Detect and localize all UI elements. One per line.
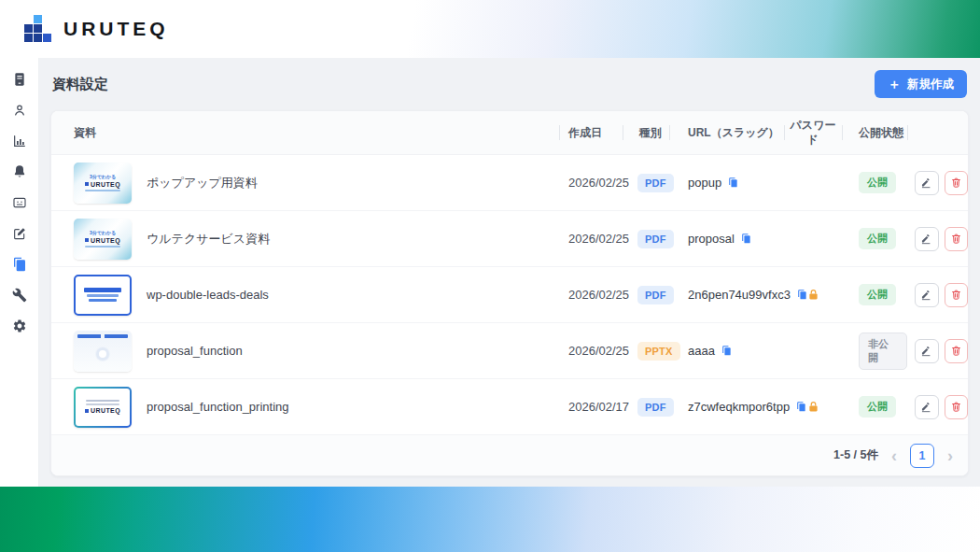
password-lock-icon [806,288,820,302]
status-badge: 公開 [859,396,896,418]
document-name: ポップアップ用資料 [147,175,258,191]
plus-icon: ＋ [888,78,901,91]
created-date: 2026/02/25 [559,232,623,246]
table-row: 3分でわかる URUTEQ ポップアップ用資料 2026/02/25 PDF p… [51,155,968,211]
app-header: URUTEQ [0,0,980,58]
table-row: proposal_function 2026/02/25 PPTX aaaa 非… [51,323,968,379]
slug-text: aaaa [688,344,715,358]
table-row: 3分でわかる URUTEQ ウルテクサービス資料 2026/02/25 PDF … [51,211,968,267]
documents-table-card: 資料 作成日 種別 URL（スラッグ） パスワード 公開状態 3分でわかる UR… [50,110,969,476]
slug-text: proposal [688,232,735,246]
status-badge: 公開 [859,284,896,305]
created-date: 2026/02/17 [559,400,623,414]
page-header: 資料設定 ＋ 新規作成 [50,58,969,110]
sidebar-item-tools[interactable] [7,285,32,305]
column-header-type: 種別 [623,126,669,140]
created-date: 2026/02/25 [559,344,623,358]
delete-button[interactable] [945,227,969,251]
thumbnail-caption: 3分でわかる [90,231,116,235]
document-name: proposal_function_printing [147,400,289,414]
thumbnail-logo [87,294,119,297]
chart-icon [12,134,27,149]
edit-button[interactable] [915,227,939,251]
slug-text: 2n6pen74u99vfxc3 [688,288,791,302]
wrench-icon [12,288,27,303]
thumbnail-decoration [89,299,117,302]
column-header-document: 資料 [51,126,559,140]
sidebar-item-materials[interactable] [7,254,32,275]
uruteq-logo-icon [24,15,53,43]
column-header-password: パスワード [784,119,842,147]
thumbnail-caption [77,334,128,338]
table-row: URUTEQ proposal_function_printing 2026/0… [51,379,968,435]
document-name: wp-double-leads-deals [147,288,269,302]
sidebar-item-users[interactable] [7,100,32,120]
table-row: wp-double-leads-deals 2026/02/25 PDF 2n6… [51,267,968,323]
edit-button[interactable] [915,283,939,307]
type-badge: PDF [637,230,674,248]
document-thumbnail: URUTEQ [74,387,132,428]
page-title: 資料設定 [52,76,108,93]
slug-text: z7cwfeqkmpor6tpp [688,400,790,414]
page-1-button[interactable]: 1 [910,444,934,468]
column-header-created: 作成日 [559,126,623,140]
type-badge: PDF [637,174,674,192]
copy-icon[interactable] [721,345,733,357]
thumbnail-logo: URUTEQ [85,237,120,244]
document-name: proposal_function [147,344,243,358]
main-content: 資料設定 ＋ 新規作成 資料 作成日 種別 URL（スラッグ） パスワード 公開… [39,58,980,487]
gear-icon [12,318,27,333]
thumbnail-logo [96,347,109,361]
create-new-label: 新規作成 [907,77,954,92]
chevron-right-icon[interactable]: › [945,447,955,464]
edit-button[interactable] [915,395,939,419]
thumbnail-logo: URUTEQ [85,407,120,414]
pagination-bar: 1-5 / 5件 ‹ 1 › [51,435,968,475]
sidebar-item-analytics[interactable] [7,131,32,151]
materials-icon [12,257,27,272]
table-header-row: 資料 作成日 種別 URL（スラッグ） パスワード 公開状態 [51,111,968,155]
footer-gradient-bar [0,487,980,552]
delete-button[interactable] [945,395,969,419]
document-thumbnail: 3分でわかる URUTEQ [74,219,132,260]
chevron-left-icon[interactable]: ‹ [889,447,899,464]
delete-button[interactable] [945,339,969,363]
thumbnail-caption [84,288,121,292]
thumbnail-decoration [85,246,120,248]
sidebar-item-id-card[interactable] [7,192,32,213]
sidebar [0,58,39,487]
type-badge: PDF [637,286,674,304]
id-card-icon [12,195,27,210]
sidebar-item-compose[interactable] [7,223,32,244]
password-lock-icon [806,400,820,414]
delete-button[interactable] [945,171,969,195]
create-new-button[interactable]: ＋ 新規作成 [875,70,967,98]
thumbnail-logo: URUTEQ [85,181,120,188]
thumbnail-caption: 3分でわかる [90,175,116,179]
pagination-summary: 1-5 / 5件 [833,447,878,463]
created-date: 2026/02/25 [559,176,623,190]
brand-logo[interactable]: URUTEQ [24,15,169,43]
document-name: ウルテクサービス資料 [147,231,270,248]
status-badge: 公開 [859,172,896,193]
column-header-url: URL（スラッグ） [669,126,784,140]
thumbnail-caption [86,400,119,402]
copy-icon[interactable] [727,177,739,189]
thumbnail-decoration [85,190,120,191]
document-thumbnail [74,275,132,316]
document-thumbnail [74,331,132,372]
sidebar-item-memo[interactable] [7,69,32,90]
compose-icon [12,226,27,241]
sidebar-item-settings[interactable] [7,316,32,336]
created-date: 2026/02/25 [559,288,623,302]
brand-name: URUTEQ [63,18,169,40]
user-icon [12,103,27,118]
copy-icon[interactable] [740,233,752,245]
delete-button[interactable] [945,283,969,307]
status-badge: 公開 [859,228,896,249]
memo-icon [12,72,27,87]
document-thumbnail: 3分でわかる URUTEQ [74,163,132,204]
edit-button[interactable] [915,171,939,195]
edit-button[interactable] [915,339,939,363]
sidebar-item-notifications[interactable] [7,162,32,182]
